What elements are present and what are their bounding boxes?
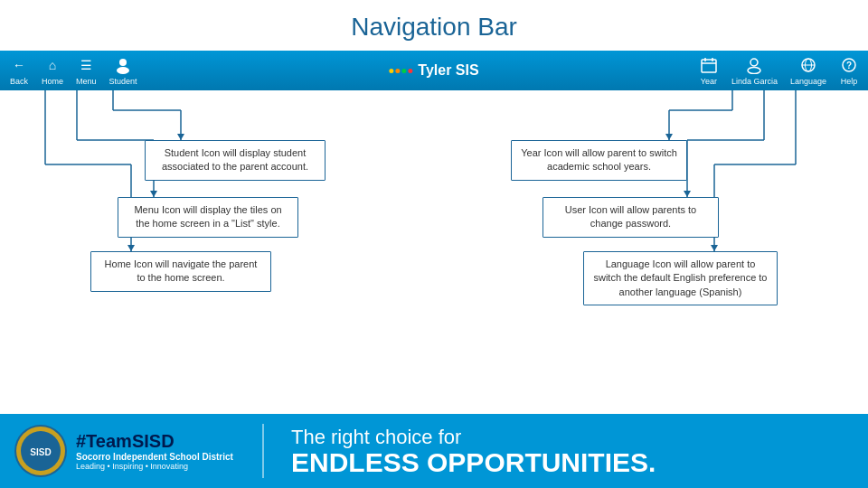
footer-text-block: #TeamSISD Socorro Independent School Dis… xyxy=(76,431,233,471)
footer-divider xyxy=(262,424,264,478)
language-annotation: Language Icon will allow parent to switc… xyxy=(583,251,778,305)
nav-language-button[interactable]: Language xyxy=(790,55,826,86)
footer-slogan1: The right choice for xyxy=(291,426,850,449)
navigation-bar: ← Back ⌂ Home ☰ Menu Student xyxy=(0,51,868,90)
year-annotation: Year Icon will allow parent to switch ac… xyxy=(511,140,687,181)
footer: SISD #TeamSISD Socorro Independent Schoo… xyxy=(0,414,868,488)
connector-lines xyxy=(0,90,868,389)
svg-point-6 xyxy=(750,59,758,66)
nav-student-label: Student xyxy=(109,77,137,86)
svg-text:?: ? xyxy=(846,61,852,70)
svg-point-0 xyxy=(119,59,127,66)
menu-annotation: Menu Icon will display the tiles on the … xyxy=(118,197,298,238)
student-icon xyxy=(113,55,133,75)
nav-left-group: ← Back ⌂ Home ☰ Menu Student xyxy=(9,55,137,86)
sis-dots-logo xyxy=(389,69,412,73)
help-icon: ? xyxy=(839,55,859,75)
home-annotation: Home Icon will navigate the parent to th… xyxy=(90,251,271,292)
footer-slogan2: ENDLESS OPPORTUNITIES. xyxy=(291,449,850,476)
nav-user-button[interactable]: Linda Garcia xyxy=(731,55,778,86)
nav-language-label: Language xyxy=(790,77,826,86)
svg-marker-16 xyxy=(177,134,184,140)
page-title: Navigation Bar xyxy=(0,0,868,51)
svg-marker-20 xyxy=(150,191,157,197)
nav-back-label: Back xyxy=(10,77,28,86)
svg-rect-2 xyxy=(702,60,716,72)
back-icon: ← xyxy=(9,55,29,75)
sisd-logo: SISD xyxy=(14,425,67,477)
nav-logo: Tyler SIS xyxy=(389,62,478,79)
footer-right: The right choice for ENDLESS OPPORTUNITI… xyxy=(273,426,868,476)
nav-home-label: Home xyxy=(42,77,63,86)
svg-marker-28 xyxy=(665,134,673,140)
user-annotation: User Icon will allow parents to change p… xyxy=(542,197,719,238)
nav-menu-button[interactable]: ☰ Menu xyxy=(76,55,97,86)
nav-user-label: Linda Garcia xyxy=(731,77,778,86)
nav-student-button[interactable]: Student xyxy=(109,55,137,86)
svg-marker-32 xyxy=(684,191,691,197)
user-icon xyxy=(744,55,764,75)
menu-icon: ☰ xyxy=(76,55,96,75)
nav-help-button[interactable]: ? Help xyxy=(839,55,859,86)
svg-point-1 xyxy=(117,67,129,74)
hashtag-suffix: SISD xyxy=(132,431,175,451)
nav-year-button[interactable]: Year xyxy=(699,55,719,86)
nav-help-label: Help xyxy=(841,77,858,86)
svg-marker-24 xyxy=(127,245,135,251)
nav-home-button[interactable]: ⌂ Home xyxy=(42,55,63,86)
hashtag-prefix: #Team xyxy=(76,431,132,451)
nav-menu-label: Menu xyxy=(76,77,97,86)
year-icon xyxy=(699,55,719,75)
nav-year-label: Year xyxy=(701,77,717,86)
main-content-area: Student Icon will display student associ… xyxy=(0,90,868,389)
footer-district-name: Socorro Independent School District xyxy=(76,452,233,462)
svg-point-7 xyxy=(748,68,760,74)
footer-left: SISD #TeamSISD Socorro Independent Schoo… xyxy=(0,425,253,477)
footer-tagline: Leading • Inspiring • Innovating xyxy=(76,462,233,471)
nav-right-group: Year Linda Garcia Language xyxy=(699,55,859,86)
nav-logo-text: Tyler SIS xyxy=(418,62,478,79)
footer-hashtag: #TeamSISD xyxy=(76,431,233,452)
nav-back-button[interactable]: ← Back xyxy=(9,55,29,86)
student-annotation: Student Icon will display student associ… xyxy=(145,140,326,181)
home-icon: ⌂ xyxy=(42,55,62,75)
svg-text:SISD: SISD xyxy=(30,447,51,457)
language-icon xyxy=(798,55,818,75)
svg-marker-36 xyxy=(711,245,718,251)
